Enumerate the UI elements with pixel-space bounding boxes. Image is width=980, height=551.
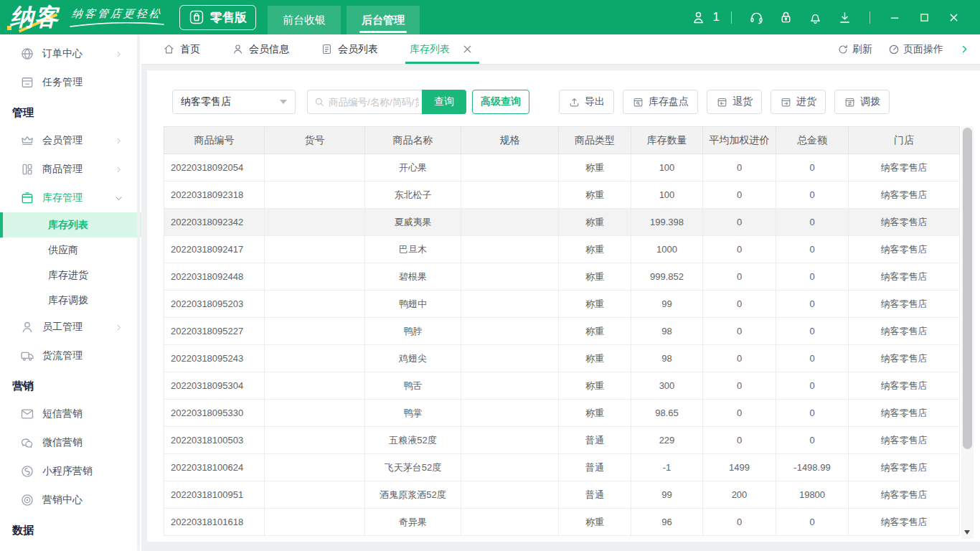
search-input[interactable] [329,97,419,108]
table-row[interactable]: 20220318101618奇异果称重9600纳客零售店 [164,509,960,536]
page-tab-label: 会员列表 [338,43,378,56]
nav-tab-backoffice[interactable]: 后台管理 [347,6,420,34]
tab-close-icon[interactable] [461,43,473,55]
sidebar-item-label: 库存管理 [42,192,83,204]
sidebar-subitem-库存进货[interactable]: 库存进货 [0,263,141,288]
table-row[interactable]: 20220318092318东北松子称重10000纳客零售店 [164,182,960,209]
sidebar-subitem-供应商[interactable]: 供应商 [0,237,141,263]
sidebar-item-微信营销[interactable]: 微信营销 [0,428,141,457]
table-row[interactable]: 20220318095330鸭掌称重98.6500纳客零售店 [164,400,960,427]
sidebar-item-小程序营销[interactable]: 小程序营销 [0,457,141,486]
page-tab-会员信息[interactable]: 会员信息 [232,34,289,64]
notifications-bell-icon[interactable] [808,10,823,25]
sidebar-item-营销中心[interactable]: 营销中心 [0,486,141,514]
scrollbar-down-arrow-icon[interactable] [964,530,970,534]
table-cell: 飞天茅台52度 [365,454,461,481]
table-cell [461,209,559,236]
table-cell: 0 [703,154,776,182]
column-header-货号: 货号 [265,127,365,154]
table-cell: 0 [776,400,849,427]
table-cell [265,481,365,509]
table-row[interactable]: 20220318100624飞天茅台52度普通-11499-1498.99纳客零… [164,454,960,481]
table-cell: 称重 [559,318,631,345]
table-cell: 夏威夷果 [365,209,461,236]
open-page-tabs: 首页会员信息会员列表库存列表 [163,34,505,64]
task-icon [20,75,34,90]
advanced-search-button[interactable]: 高级查询 [472,90,529,114]
page-tab-label: 首页 [180,43,200,56]
table-cell: 1499 [703,454,776,481]
table-row[interactable]: 20220318092448碧根果称重999.85200纳客零售店 [164,263,960,291]
refresh-button[interactable]: 刷新 [837,43,872,56]
sidebar-item-订单中心[interactable]: 订单中心 [0,39,141,68]
user-account-icon[interactable] [691,10,706,25]
table-row[interactable]: 20220318095203鸭翅中称重9900纳客零售店 [164,291,960,318]
table-cell: 称重 [559,236,631,263]
table-cell: 199.398 [631,209,703,236]
table-cell: 巴旦木 [365,236,461,263]
page-tab-库存列表[interactable]: 库存列表 [410,34,473,64]
table-cell [461,345,559,372]
lock-screen-icon[interactable] [778,10,793,25]
nav-tab-cashier[interactable]: 前台收银 [268,6,341,34]
inventory-table-wrap: 商品编号货号商品名称规格商品类型库存数量平均加权进价总金额门店 20220318… [164,126,960,536]
page-tab-首页[interactable]: 首页 [163,34,200,64]
sidebar-item-短信营销[interactable]: 短信营销 [0,400,141,428]
sidebar-item-会员管理[interactable]: 会员管理 [0,126,141,155]
action-button-label: 退货 [732,95,753,108]
sidebar-subitem-库存列表[interactable]: 库存列表 [0,212,141,237]
headset-support-icon[interactable] [749,10,764,25]
进货-button[interactable]: 进货 [771,90,826,114]
table-row[interactable]: 20220318092417巴旦木称重100000纳客零售店 [164,236,960,263]
table-row[interactable]: 20220318100951酒鬼原浆酒52度普通9920019800纳客零售店 [164,481,960,509]
search-button[interactable]: 查询 [422,90,466,114]
window-maximize-icon[interactable] [918,11,930,24]
table-cell [265,263,365,291]
user-icon [232,43,244,55]
table-row[interactable]: 20220318100503五粮液52度普通22900纳客零售店 [164,427,960,454]
sidebar-section-header: 管理 [0,97,141,126]
scrollbar-thumb[interactable] [963,128,972,449]
sidebar-item-员工管理[interactable]: 员工管理 [0,313,141,342]
panel-expand-chevron-icon[interactable] [959,44,970,55]
table-row[interactable]: 20220318092054开心果称重10000纳客零售店 [164,154,960,182]
table-cell: 0 [776,427,849,454]
page-operations-label: 页面操作 [903,43,943,56]
table-cell: 鸭脖 [365,318,461,345]
库存盘点-button[interactable]: 库存盘点 [623,90,698,114]
sidebar-item-任务管理[interactable]: 任务管理 [0,68,141,97]
store-select[interactable]: 纳客零售店 [172,90,296,114]
page-tab-会员列表[interactable]: 会员列表 [321,34,378,64]
page-operations-button[interactable]: 页面操作 [888,43,943,56]
sidebar-subitem-label: 库存调拨 [48,294,88,307]
table-cell: 20220318100624 [164,454,265,481]
table-row[interactable]: 20220318092342夏威夷果称重199.39800纳客零售店 [164,209,960,236]
sidebar-subitem-label: 库存列表 [48,219,88,232]
sidebar-item-货流管理[interactable]: 货流管理 [0,342,141,370]
sidebar-item-label: 微信营销 [42,436,83,449]
vertical-scrollbar[interactable] [961,126,974,539]
purchase-icon [780,96,792,108]
table-row[interactable]: 20220318095243鸡翅尖称重9800纳客零售店 [164,345,960,372]
table-row[interactable]: 20220318095304鸭舌称重30000纳客零售店 [164,372,960,400]
sidebar-item-库存管理[interactable]: 库存管理 [0,184,141,212]
table-cell [461,400,559,427]
退货-button[interactable]: 退货 [707,90,762,114]
table-cell [461,481,559,509]
table-row[interactable]: 20220318095227鸭脖称重9800纳客零售店 [164,318,960,345]
download-update-icon[interactable] [837,10,852,25]
sidebar-subitem-库存调拨[interactable]: 库存调拨 [0,288,141,313]
调拨-button[interactable]: 调拨 [834,90,890,114]
toolbar: 纳客零售店 查询 高级查询 导出库存盘点退货进货调拨 [172,90,980,114]
table-cell [265,154,365,182]
sidebar-item-统计报表[interactable]: 统计报表 [0,544,141,551]
导出-button[interactable]: 导出 [559,90,614,114]
table-cell [461,182,559,209]
window-close-icon[interactable] [948,11,960,24]
table-cell: 称重 [559,182,631,209]
table-cell: 0 [776,154,849,182]
crown-icon [20,133,34,148]
sidebar-item-商品管理[interactable]: 商品管理 [0,155,141,184]
window-minimize-icon[interactable] [889,11,901,24]
table-cell: 0 [703,400,776,427]
